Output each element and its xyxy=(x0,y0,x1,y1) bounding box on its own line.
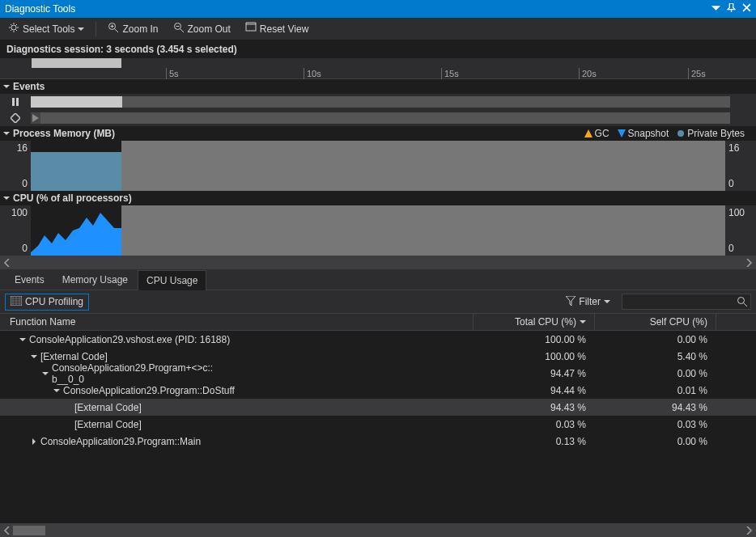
window-menu-icon[interactable] xyxy=(711,3,720,15)
cpu-chart-body[interactable] xyxy=(31,205,725,256)
filter-icon xyxy=(566,296,575,308)
table-row[interactable]: ConsoleApplication29.Program+<>c::b__0_0… xyxy=(0,365,756,382)
select-tools-button[interactable]: Select Tools xyxy=(5,20,87,37)
memory-header[interactable]: Process Memory (MB) GC Snapshot Private … xyxy=(0,126,756,141)
profiling-icon xyxy=(11,296,22,308)
session-info: Diagnostics session: 3 seconds (3.454 s … xyxy=(0,40,756,58)
cpu-profiling-button[interactable]: CPU Profiling xyxy=(5,294,89,311)
expander-icon[interactable] xyxy=(19,336,27,343)
diamond-icon[interactable] xyxy=(0,113,31,123)
reset-view-button[interactable]: Reset View xyxy=(242,20,312,37)
function-name: ConsoleApplication29.Program::Main xyxy=(40,436,201,447)
function-name: ConsoleApplication29.Program::DoStuff xyxy=(63,385,235,396)
memory-title: Process Memory (MB) xyxy=(13,128,115,139)
pin-icon[interactable] xyxy=(727,3,736,15)
detail-tabs: Events Memory Usage CPU Usage xyxy=(0,269,756,290)
tab-events[interactable]: Events xyxy=(6,270,53,290)
expander-icon[interactable] xyxy=(41,370,49,377)
cpu-header[interactable]: CPU (% of all processors) xyxy=(0,191,756,205)
col-total-cpu[interactable]: Total CPU (%) xyxy=(473,314,594,330)
filter-button[interactable]: Filter xyxy=(561,294,615,310)
function-name: [External Code] xyxy=(74,402,142,413)
cpu-axis-right: 1000 xyxy=(725,205,756,256)
scroll-left-icon[interactable] xyxy=(3,526,11,535)
events-header[interactable]: Events xyxy=(0,79,756,94)
grid-header: Function Name Total CPU (%) Self CPU (%) xyxy=(0,313,756,331)
titlebar: Diagnostic Tools xyxy=(0,0,756,18)
event-track[interactable] xyxy=(31,96,730,108)
total-cpu-cell: 94.47 % xyxy=(473,366,594,382)
cpu-chart: 1000 1000 xyxy=(0,205,756,256)
svg-rect-3 xyxy=(246,24,256,31)
svg-point-0 xyxy=(11,25,16,30)
tab-memory-usage[interactable]: Memory Usage xyxy=(54,270,136,290)
self-cpu-cell: 0.00 % xyxy=(594,366,716,382)
ruler-tick: 25s xyxy=(688,68,706,79)
svg-rect-4 xyxy=(12,98,15,106)
table-row[interactable]: [External Code]94.43 %94.43 % xyxy=(0,399,756,416)
svg-point-6 xyxy=(677,130,684,137)
ruler-tick: 20s xyxy=(579,68,597,79)
timeline-scrollbar[interactable] xyxy=(0,256,756,269)
legend-private-bytes: Private Bytes xyxy=(677,128,745,139)
col-pad xyxy=(716,314,756,330)
memory-series xyxy=(31,152,121,191)
sort-desc-icon xyxy=(580,319,586,325)
function-name: ConsoleApplication29.vshost.exe (PID: 16… xyxy=(29,334,230,345)
function-name: [External Code] xyxy=(74,419,142,430)
select-tools-label: Select Tools xyxy=(23,23,74,35)
col-function-name[interactable]: Function Name xyxy=(0,314,473,330)
self-cpu-cell: 0.03 % xyxy=(594,416,716,433)
total-cpu-cell: 100.00 % xyxy=(473,349,594,365)
event-track[interactable] xyxy=(31,112,730,124)
scroll-left-icon[interactable] xyxy=(3,259,11,267)
cpu-axis-left: 1000 xyxy=(0,205,31,256)
event-row-intellitrace xyxy=(0,110,756,126)
separator xyxy=(96,22,96,36)
ruler-tick: 15s xyxy=(441,68,459,79)
total-cpu-cell: 94.44 % xyxy=(473,383,594,399)
expander-icon[interactable] xyxy=(30,353,38,360)
event-bar xyxy=(31,96,122,108)
zoom-out-button[interactable]: Zoom Out xyxy=(170,20,234,37)
scrollbar-thumb[interactable] xyxy=(13,526,45,535)
scroll-right-icon[interactable] xyxy=(745,526,753,535)
table-row[interactable]: ConsoleApplication29.vshost.exe (PID: 16… xyxy=(0,331,756,348)
collapse-icon xyxy=(3,192,10,204)
gear-icon xyxy=(8,22,19,36)
expander-icon[interactable] xyxy=(30,438,38,445)
grid-body: ConsoleApplication29.vshost.exe (PID: 16… xyxy=(0,331,756,523)
grid-scrollbar[interactable] xyxy=(0,523,756,537)
filter-label: Filter xyxy=(579,296,601,307)
total-cpu-cell: 0.13 % xyxy=(473,433,594,450)
zoom-in-button[interactable]: Zoom In xyxy=(104,20,161,37)
memory-chart-body[interactable] xyxy=(31,141,725,191)
events-title: Events xyxy=(13,81,45,92)
zoom-out-icon xyxy=(173,22,185,36)
self-cpu-cell: 94.43 % xyxy=(594,400,716,416)
ruler-selection[interactable] xyxy=(32,58,121,68)
search-input[interactable] xyxy=(622,294,751,310)
total-cpu-cell: 100.00 % xyxy=(473,332,594,348)
cpu-title: CPU (% of all processors) xyxy=(13,192,132,204)
timeline-ruler[interactable]: 5s 10s 15s 20s 25s xyxy=(0,58,756,79)
close-icon[interactable] xyxy=(742,3,751,15)
col-self-cpu[interactable]: Self CPU (%) xyxy=(594,314,716,330)
cpu-profiling-label: CPU Profiling xyxy=(25,296,83,307)
chevron-down-icon xyxy=(604,296,610,307)
table-row[interactable]: ConsoleApplication29.Program::DoStuff94.… xyxy=(0,382,756,399)
table-row[interactable]: [External Code]0.03 %0.03 % xyxy=(0,416,756,433)
titlebar-controls xyxy=(711,3,751,15)
total-cpu-cell: 0.03 % xyxy=(473,416,594,433)
events-body xyxy=(0,94,756,126)
expander-icon[interactable] xyxy=(53,387,61,394)
memory-axis-right: 160 xyxy=(725,141,756,191)
scroll-right-icon[interactable] xyxy=(745,259,753,267)
tab-cpu-usage[interactable]: CPU Usage xyxy=(138,270,206,290)
self-cpu-cell: 0.00 % xyxy=(594,332,716,348)
table-row[interactable]: ConsoleApplication29.Program::Main0.13 %… xyxy=(0,433,756,450)
cpu-series xyxy=(31,205,121,256)
self-cpu-cell: 0.00 % xyxy=(594,433,716,450)
pause-icon[interactable] xyxy=(0,97,31,107)
memory-chart: 160 160 xyxy=(0,141,756,191)
